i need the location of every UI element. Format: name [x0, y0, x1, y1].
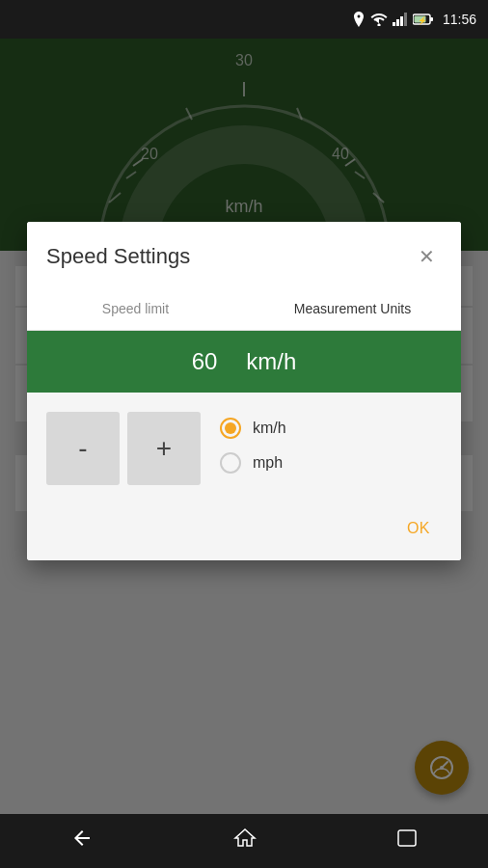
tab-speed-limit[interactable]: Speed limit [27, 287, 244, 330]
increment-button[interactable]: + [127, 412, 201, 485]
svg-rect-21 [430, 17, 433, 21]
radio-kmh-inner [225, 422, 236, 434]
status-time: 11:56 [443, 12, 476, 27]
location-icon [352, 12, 366, 27]
home-icon [233, 827, 257, 850]
home-button[interactable] [214, 819, 276, 863]
back-icon [70, 827, 94, 850]
radio-mph-label: mph [253, 454, 283, 472]
close-button[interactable]: ✕ [411, 241, 442, 272]
status-bar: ⚡ 11:56 [0, 0, 488, 39]
recents-button[interactable] [377, 821, 437, 861]
decrement-button[interactable]: - [46, 412, 120, 485]
back-button[interactable] [51, 819, 113, 863]
dialog-footer: OK [27, 504, 461, 560]
selected-speed-value: 60 [192, 348, 218, 375]
selected-unit-value: km/h [246, 348, 296, 375]
svg-rect-16 [393, 22, 395, 26]
radio-option-mph[interactable]: mph [220, 452, 442, 474]
dialog-tabs: Speed limit Measurement Units [27, 287, 461, 331]
svg-text:⚡: ⚡ [418, 15, 427, 25]
status-icons: ⚡ 11:56 [352, 12, 476, 27]
dialog-header: Speed Settings ✕ [27, 222, 461, 287]
svg-rect-18 [400, 16, 403, 26]
radio-mph-circle [220, 452, 241, 474]
dialog-title: Speed Settings [46, 244, 190, 269]
radio-group: km/h mph [220, 412, 442, 474]
svg-rect-24 [398, 830, 416, 846]
selected-row: 60 km/h [27, 331, 461, 393]
dialog-content: - + km/h mph [27, 393, 461, 504]
radio-kmh-label: km/h [253, 420, 286, 437]
stepper-group: - + [46, 412, 201, 485]
recents-icon [396, 828, 418, 848]
speed-settings-dialog: Speed Settings ✕ Speed limit Measurement… [27, 222, 461, 560]
signal-icon [393, 13, 408, 26]
wifi-icon [370, 13, 388, 26]
radio-kmh-circle [220, 418, 241, 439]
navigation-bar [0, 814, 488, 868]
svg-rect-17 [396, 19, 399, 26]
battery-icon: ⚡ [413, 13, 434, 26]
radio-option-kmh[interactable]: km/h [220, 418, 442, 439]
ok-button[interactable]: OK [395, 512, 442, 545]
svg-rect-19 [404, 13, 407, 26]
tab-measurement-units[interactable]: Measurement Units [244, 287, 461, 330]
